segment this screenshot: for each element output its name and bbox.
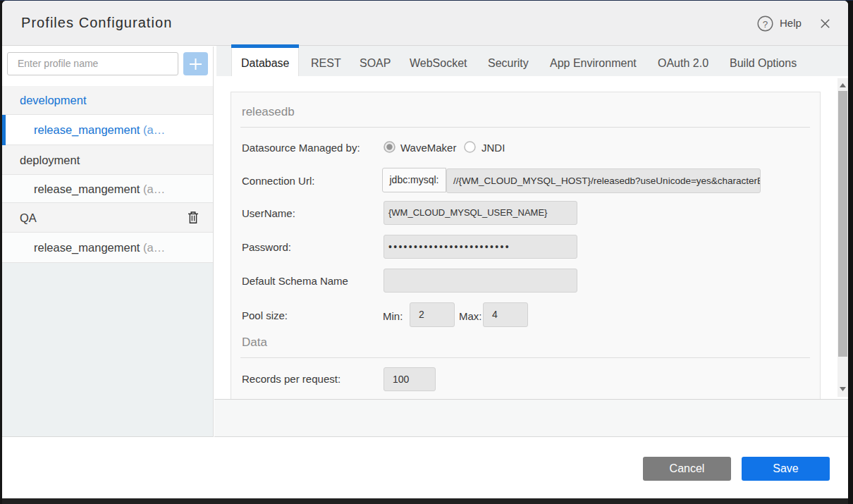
svg-text:?: ? [763, 19, 768, 30]
